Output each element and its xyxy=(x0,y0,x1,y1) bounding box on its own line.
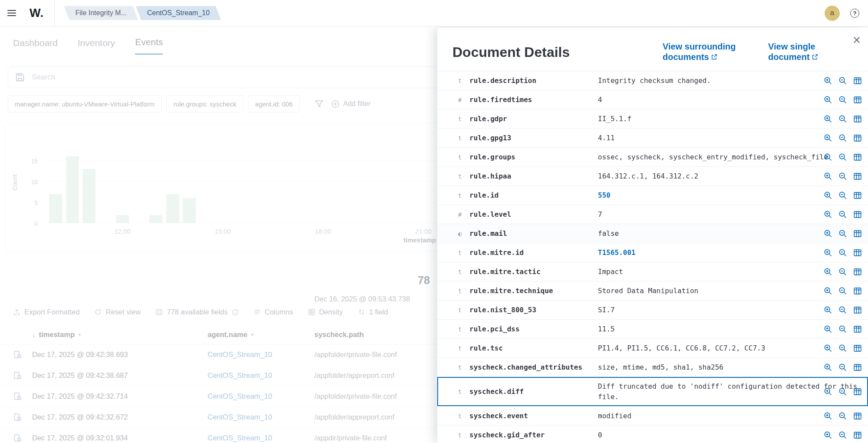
toggle-column-icon[interactable] xyxy=(853,306,862,314)
field-type-icon: # xyxy=(458,96,469,103)
toggle-column-icon[interactable] xyxy=(853,153,862,162)
field-value: 164.312.c.1, 164.312.c.2 xyxy=(598,171,860,181)
filter-out-value-icon[interactable] xyxy=(838,229,847,238)
doc-field-row[interactable]: t rule.description Integrity checksum ch… xyxy=(437,71,868,90)
view-surrounding-documents-link[interactable]: View surrounding documents xyxy=(663,42,754,62)
field-type-icon: # xyxy=(458,211,469,218)
filter-for-value-icon[interactable] xyxy=(824,248,832,257)
top-bar: W. File Integrity M... CentOS_Stream_10 … xyxy=(0,0,868,26)
toggle-column-icon[interactable] xyxy=(853,115,862,123)
field-name: syscheck.gid_after xyxy=(469,431,598,439)
toggle-column-icon[interactable] xyxy=(853,191,862,200)
doc-field-row[interactable]: t syscheck.event modified xyxy=(437,407,868,426)
doc-field-row[interactable]: t syscheck.gid_after 0 xyxy=(437,426,868,443)
field-type-icon: t xyxy=(458,116,469,122)
doc-field-row[interactable]: t rule.mitre.id T1565.001 xyxy=(437,243,868,262)
filter-for-value-icon[interactable] xyxy=(824,431,832,440)
filter-out-value-icon[interactable] xyxy=(838,210,847,219)
filter-for-value-icon[interactable] xyxy=(824,210,832,219)
filter-for-value-icon[interactable] xyxy=(824,76,832,85)
filter-out-value-icon[interactable] xyxy=(838,344,847,353)
filter-for-value-icon[interactable] xyxy=(824,387,832,396)
toggle-column-icon[interactable] xyxy=(853,268,862,276)
filter-for-value-icon[interactable] xyxy=(824,153,832,162)
filter-out-value-icon[interactable] xyxy=(838,172,847,181)
filter-out-value-icon[interactable] xyxy=(838,268,847,276)
filter-for-value-icon[interactable] xyxy=(824,115,832,123)
field-value: modified xyxy=(598,411,860,421)
doc-field-row[interactable]: t rule.groups ossec, syscheck, syscheck_… xyxy=(437,148,868,167)
doc-field-row[interactable]: ◐ rule.mail false xyxy=(437,224,868,243)
doc-field-row[interactable]: t syscheck.diff Diff truncated due to 'n… xyxy=(437,377,868,407)
doc-field-row[interactable]: t syscheck.changed_attributes size, mtim… xyxy=(437,358,868,377)
field-actions xyxy=(824,412,862,420)
doc-field-row[interactable]: t rule.gdpr II_5.1.f xyxy=(437,109,868,129)
filter-for-value-icon[interactable] xyxy=(824,229,832,238)
filter-out-value-icon[interactable] xyxy=(838,153,847,162)
filter-out-value-icon[interactable] xyxy=(838,306,847,314)
filter-for-value-icon[interactable] xyxy=(824,344,832,353)
filter-for-value-icon[interactable] xyxy=(824,306,832,314)
filter-for-value-icon[interactable] xyxy=(824,363,832,372)
doc-field-row[interactable]: t rule.hipaa 164.312.c.1, 164.312.c.2 xyxy=(437,167,868,186)
field-name: rule.nist_800_53 xyxy=(469,306,598,314)
field-actions xyxy=(824,268,862,276)
field-actions xyxy=(824,344,862,353)
doc-field-row[interactable]: t rule.id 550 xyxy=(437,186,868,205)
filter-out-value-icon[interactable] xyxy=(838,363,847,372)
toggle-column-icon[interactable] xyxy=(853,325,862,334)
filter-for-value-icon[interactable] xyxy=(824,191,832,200)
doc-field-row[interactable]: t rule.gpg13 4.11 xyxy=(437,129,868,148)
doc-field-row[interactable]: t rule.mitre.tactic Impact xyxy=(437,262,868,281)
filter-for-value-icon[interactable] xyxy=(824,325,832,334)
filter-for-value-icon[interactable] xyxy=(824,268,832,276)
field-name: rule.firedtimes xyxy=(469,96,598,104)
filter-out-value-icon[interactable] xyxy=(838,115,847,123)
toggle-column-icon[interactable] xyxy=(853,431,862,440)
field-actions xyxy=(824,387,862,396)
doc-field-row[interactable]: t rule.pci_dss 11.5 xyxy=(437,320,868,339)
filter-out-value-icon[interactable] xyxy=(838,248,847,257)
filter-for-value-icon[interactable] xyxy=(824,96,832,104)
toggle-column-icon[interactable] xyxy=(853,172,862,181)
toggle-column-icon[interactable] xyxy=(853,76,862,85)
toggle-column-icon[interactable] xyxy=(853,229,862,238)
filter-for-value-icon[interactable] xyxy=(824,172,832,181)
filter-out-value-icon[interactable] xyxy=(838,96,847,104)
filter-out-value-icon[interactable] xyxy=(838,134,847,142)
filter-out-value-icon[interactable] xyxy=(838,191,847,200)
toggle-column-icon[interactable] xyxy=(853,248,862,257)
filter-for-value-icon[interactable] xyxy=(824,134,832,142)
filter-out-value-icon[interactable] xyxy=(838,412,847,420)
toggle-column-icon[interactable] xyxy=(853,387,862,396)
filter-out-value-icon[interactable] xyxy=(838,325,847,334)
wazuh-logo[interactable]: W. xyxy=(30,7,44,20)
doc-field-row[interactable]: t rule.nist_800_53 SI.7 xyxy=(437,301,868,320)
doc-field-row[interactable]: # rule.firedtimes 4 xyxy=(437,90,868,109)
toggle-column-icon[interactable] xyxy=(853,96,862,104)
filter-for-value-icon[interactable] xyxy=(824,287,832,295)
toggle-column-icon[interactable] xyxy=(853,287,862,295)
toggle-column-icon[interactable] xyxy=(853,363,862,372)
filter-for-value-icon[interactable] xyxy=(824,412,832,420)
toggle-column-icon[interactable] xyxy=(853,412,862,420)
toggle-column-icon[interactable] xyxy=(853,210,862,219)
help-icon[interactable]: ? xyxy=(850,9,859,18)
close-flyout-button[interactable] xyxy=(852,36,861,44)
toggle-column-icon[interactable] xyxy=(853,344,862,353)
doc-field-row[interactable]: t rule.mitre.technique Stored Data Manip… xyxy=(437,281,868,301)
field-actions xyxy=(824,229,862,238)
filter-out-value-icon[interactable] xyxy=(838,287,847,295)
doc-field-row[interactable]: # rule.level 7 xyxy=(437,205,868,224)
filter-out-value-icon[interactable] xyxy=(838,431,847,440)
filter-out-value-icon[interactable] xyxy=(838,387,847,396)
menu-button[interactable] xyxy=(0,0,23,26)
avatar[interactable]: a xyxy=(825,6,840,21)
breadcrumb-module[interactable]: File Integrity M... xyxy=(64,6,138,20)
view-single-document-link[interactable]: View single document xyxy=(768,42,831,62)
field-actions xyxy=(824,172,862,181)
breadcrumb-agent[interactable]: CentOS_Stream_10 xyxy=(136,6,221,20)
filter-out-value-icon[interactable] xyxy=(838,76,847,85)
toggle-column-icon[interactable] xyxy=(853,134,862,142)
doc-field-row[interactable]: t rule.tsc PI1.4, PI1.5, CC6.1, CC6.8, C… xyxy=(437,339,868,358)
